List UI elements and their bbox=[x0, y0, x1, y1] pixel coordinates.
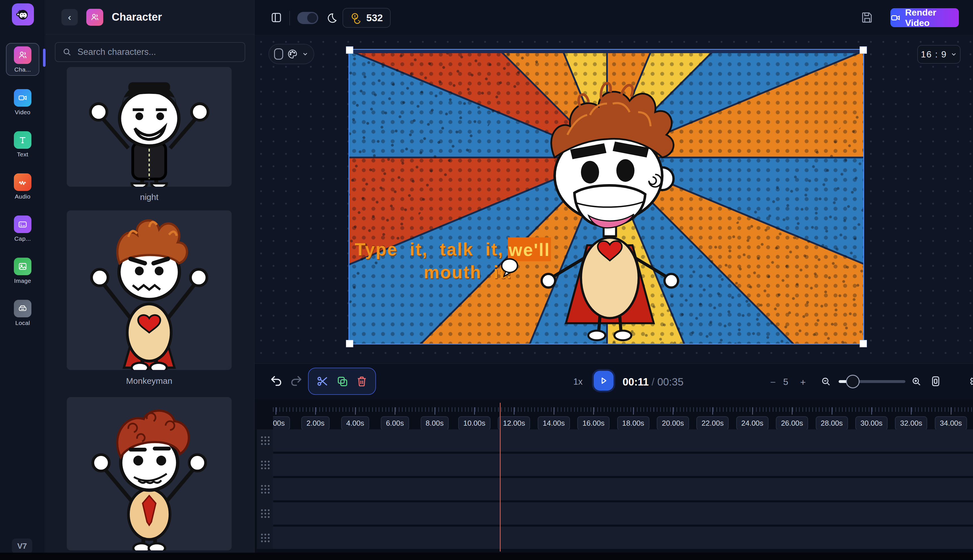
rail-label: Video bbox=[15, 109, 30, 116]
mode-toggle[interactable] bbox=[297, 12, 318, 24]
delete-button[interactable] bbox=[356, 375, 368, 387]
track-row[interactable] bbox=[273, 478, 973, 500]
ruler-label: 10.00s bbox=[458, 416, 490, 430]
play-button[interactable] bbox=[594, 371, 613, 391]
selection-handle-br[interactable] bbox=[860, 340, 867, 347]
rail-label: Cha... bbox=[15, 66, 31, 73]
sidebar-item-video[interactable]: Video bbox=[6, 86, 39, 118]
playhead[interactable] bbox=[500, 403, 501, 552]
slider-knob[interactable] bbox=[846, 375, 860, 388]
ruler-label: 16.00s bbox=[577, 416, 610, 430]
zoom-in-button[interactable] bbox=[911, 376, 922, 388]
character-icon bbox=[14, 47, 32, 64]
character-card-night[interactable] bbox=[67, 67, 232, 187]
redo-button[interactable] bbox=[290, 375, 303, 388]
ruler-label: 26.00s bbox=[776, 416, 808, 430]
ruler-label: 18.00s bbox=[617, 416, 650, 430]
selection-handle-tr[interactable] bbox=[860, 47, 867, 54]
sidebar-item-caption[interactable]: Cap... bbox=[6, 213, 39, 244]
track-row[interactable] bbox=[273, 527, 973, 549]
credits-badge[interactable]: 532 bbox=[343, 8, 391, 28]
version-badge[interactable]: V7 bbox=[12, 538, 32, 554]
video-camera-icon bbox=[890, 13, 901, 23]
ruler-label: 2.00s bbox=[302, 416, 330, 430]
caption-line2: mouth it! bbox=[424, 262, 513, 282]
sidebar-item-text[interactable]: Text bbox=[6, 128, 39, 160]
caption-icon bbox=[14, 215, 32, 233]
background-color-control[interactable] bbox=[268, 44, 314, 64]
playback-speed[interactable]: 1x bbox=[573, 377, 583, 387]
settings-gear-button[interactable] bbox=[968, 375, 973, 388]
character-card-monkeyman[interactable] bbox=[67, 210, 232, 370]
duplicate-button[interactable] bbox=[336, 375, 348, 387]
track-row[interactable] bbox=[273, 454, 973, 476]
zoom-out-button[interactable] bbox=[821, 376, 831, 388]
track-scale-minus-button[interactable]: − bbox=[770, 377, 776, 388]
timeline-zoom-slider[interactable] bbox=[839, 380, 905, 383]
character-card-curly[interactable] bbox=[67, 397, 232, 550]
comic-burst-background: Type it, talk it, Type it, talk it, we'l… bbox=[349, 50, 863, 343]
selection-handle-bl[interactable] bbox=[346, 340, 353, 347]
bottom-strip bbox=[0, 553, 973, 560]
track-drag-handle[interactable] bbox=[260, 435, 270, 445]
track-scale-plus-button[interactable]: + bbox=[800, 377, 806, 388]
rail-items: Cha... Video Text Audio bbox=[0, 43, 45, 328]
panel-toggle-button[interactable] bbox=[270, 11, 283, 25]
playback-controls-bar: 1x 00:11/00:35 − 5 + bbox=[255, 363, 973, 399]
ruler-label: 28.00s bbox=[816, 416, 848, 430]
sidebar-item-image[interactable]: Image bbox=[6, 255, 39, 287]
aspect-ratio-value: 16 : 9 bbox=[921, 49, 947, 60]
track-drag-handle[interactable] bbox=[260, 508, 270, 518]
aspect-ratio-selector[interactable]: 16 : 9 bbox=[917, 45, 961, 63]
total-time: 00:35 bbox=[657, 376, 684, 388]
ruler-label: 4.00s bbox=[341, 416, 370, 430]
main-area: 532 Render Video bbox=[255, 0, 973, 560]
monkey-logo-icon bbox=[15, 7, 30, 22]
search-input[interactable] bbox=[78, 47, 238, 57]
back-button[interactable]: ‹ bbox=[62, 9, 78, 25]
track-drag-handle[interactable] bbox=[260, 484, 270, 494]
app-logo[interactable] bbox=[12, 3, 34, 25]
track-drag-handle[interactable] bbox=[260, 533, 270, 542]
track-row[interactable] bbox=[273, 429, 973, 452]
canvas-area[interactable]: 16 : 9 bbox=[255, 36, 973, 363]
text-icon bbox=[14, 131, 32, 149]
local-drive-icon bbox=[14, 300, 32, 317]
cut-scissors-button[interactable] bbox=[316, 375, 329, 387]
ruler-label: 12.00s bbox=[498, 416, 530, 430]
sidebar-item-character[interactable]: Cha... bbox=[6, 43, 39, 76]
save-button[interactable] bbox=[860, 11, 873, 25]
timeline: 0.00s2.00s4.00s6.00s8.00s10.00s12.00s14.… bbox=[255, 399, 973, 560]
rail-label: Audio bbox=[15, 193, 30, 200]
play-icon bbox=[599, 376, 608, 385]
track-scale-value: 5 bbox=[783, 377, 788, 387]
selection-handle-tl[interactable] bbox=[346, 47, 353, 54]
current-time: 00:11 bbox=[623, 376, 649, 388]
track-row[interactable] bbox=[273, 502, 973, 525]
ruler-label: 8.00s bbox=[421, 416, 449, 430]
rail-label: Text bbox=[17, 151, 28, 158]
fit-timeline-button[interactable] bbox=[930, 375, 942, 388]
icon-rail: Cha... Video Text Audio bbox=[0, 0, 45, 560]
render-video-button[interactable]: Render Video bbox=[890, 8, 959, 27]
undo-button[interactable] bbox=[270, 375, 283, 388]
sidebar-item-local[interactable]: Local bbox=[6, 297, 39, 328]
timecode: 00:11/00:35 bbox=[623, 376, 683, 388]
video-frame[interactable]: Type it, talk it, Type it, talk it, we'l… bbox=[349, 50, 863, 343]
track-drag-handle[interactable] bbox=[260, 460, 270, 470]
ruler-label: 20.00s bbox=[657, 416, 689, 430]
image-icon bbox=[14, 258, 32, 275]
page-title: Character bbox=[112, 11, 162, 23]
dark-mode-moon-icon[interactable] bbox=[326, 12, 337, 25]
sidebar-item-audio[interactable]: Audio bbox=[6, 170, 39, 202]
character-name: Monkeyman bbox=[67, 376, 232, 386]
ruler-label: 0.00s bbox=[273, 416, 290, 430]
ruler-label: 30.00s bbox=[855, 416, 888, 430]
coins-icon bbox=[350, 12, 362, 24]
timeline-ruler[interactable]: 0.00s2.00s4.00s6.00s8.00s10.00s12.00s14.… bbox=[273, 407, 973, 430]
search-box bbox=[55, 42, 245, 62]
color-swatch bbox=[274, 48, 283, 60]
ruler-label: 14.00s bbox=[538, 416, 570, 430]
clip-tools bbox=[308, 368, 376, 395]
rail-label: Cap... bbox=[15, 235, 31, 242]
